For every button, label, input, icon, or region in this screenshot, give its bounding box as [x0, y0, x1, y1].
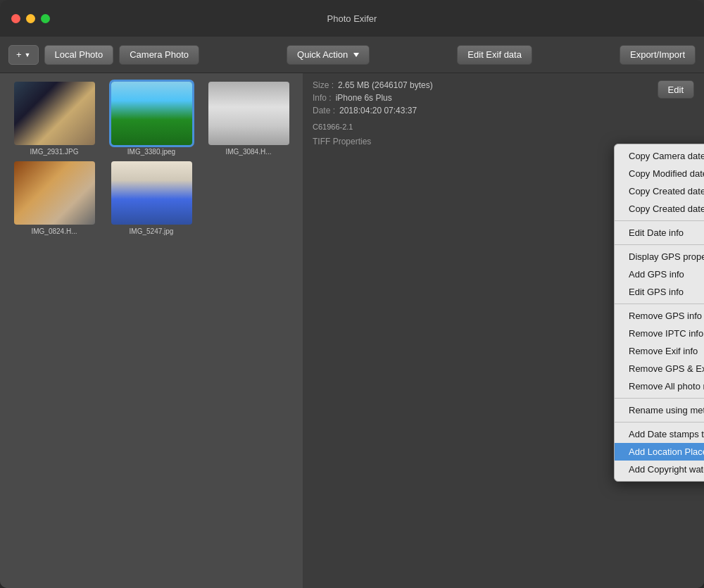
maximize-button[interactable] [41, 14, 50, 23]
photo-thumbnail[interactable] [111, 82, 192, 145]
quick-action-button[interactable]: Quick Action [287, 45, 370, 65]
menu-item-copy-created-to-camera[interactable]: Copy Created date to Camera date [615, 200, 704, 218]
menu-item-display-gps[interactable]: Display GPS properties on Map [615, 248, 704, 265]
menu-item-remove-gps[interactable]: Remove GPS info [615, 307, 704, 325]
photo-item[interactable]: IMG_3380.jpeg [106, 82, 197, 156]
menu-separator [615, 304, 704, 304]
add-chevron: ▼ [25, 51, 31, 58]
photo-item[interactable]: IMG_3084.H... [203, 82, 294, 156]
size-value: 2.65 MB (2646107 bytes) [338, 80, 433, 90]
menu-item-rename[interactable]: Rename using metadata tag(s) [615, 401, 704, 419]
photo-thumbnail[interactable] [14, 82, 95, 145]
photo-filename: IMG_2931.JPG [30, 148, 79, 156]
tiff-properties-label: TIFF Properties [313, 137, 371, 146]
photo-filename: IMG_3084.H... [225, 148, 271, 156]
info-row: Info : iPhone 6s Plus [313, 93, 694, 103]
photo-filename: IMG_0824.H... [31, 227, 77, 235]
traffic-lights [11, 14, 50, 23]
right-panel: Size : 2.65 MB (2646107 bytes) Info : iP… [303, 73, 704, 588]
photo-thumbnail[interactable] [111, 161, 192, 225]
menu-separator [615, 398, 704, 399]
photo-item[interactable]: IMG_2931.JPG [8, 82, 100, 156]
app-title: Photo Exifer [327, 13, 377, 24]
edit-button[interactable]: Edit [658, 80, 694, 99]
device-value: iPhone 6s Plus [336, 93, 392, 103]
menu-item-copy-camera-date[interactable]: Copy Camera date to Created date [615, 147, 704, 165]
menu-separator [615, 422, 704, 423]
menu-item-copy-created-to-modified[interactable]: Copy Created date to Modified date [615, 182, 704, 200]
menu-item-remove-iptc[interactable]: Remove IPTC info [615, 325, 704, 342]
date-row: Date : 2018:04:20 07:43:37 [313, 106, 694, 115]
main-content: IMG_2931.JPG IMG_3380.jpeg IMG_3084.H...… [0, 73, 704, 588]
menu-item-remove-gps-exif[interactable]: Remove GPS & Exif info [615, 360, 704, 377]
menu-item-add-gps[interactable]: Add GPS info [615, 265, 704, 283]
info-panel: Size : 2.65 MB (2646107 bytes) Info : iP… [303, 73, 704, 154]
menu-item-add-copyright[interactable]: Add Copyright watermark to photos [615, 461, 704, 478]
menu-separator [615, 244, 704, 245]
photo-filename: IMG_5247.jpg [130, 227, 174, 235]
photo-thumbnail[interactable] [208, 82, 289, 145]
menu-separator [615, 220, 704, 221]
toolbar: + ▼ Local Photo Camera Photo Quick Actio… [0, 37, 704, 73]
file-info: Size : 2.65 MB (2646107 bytes) Info : iP… [313, 80, 694, 115]
photo-item[interactable]: IMG_0824.H... [8, 161, 100, 235]
date-label: Date : [313, 106, 335, 115]
photo-panel: IMG_2931.JPG IMG_3380.jpeg IMG_3084.H...… [0, 73, 303, 588]
device-label: Info : [313, 93, 332, 103]
photo-item[interactable]: IMG_5247.jpg [106, 161, 197, 235]
menu-item-remove-all[interactable]: Remove All photo metadata info [615, 377, 704, 395]
menu-item-add-date-stamps[interactable]: Add Date stamps to photos [615, 425, 704, 443]
local-photo-button[interactable]: Local Photo [44, 45, 114, 65]
uuid-text: C61966-2.1 [313, 123, 353, 131]
add-button[interactable]: + ▼ [8, 45, 39, 65]
quick-action-dropdown: Copy Camera date to Created date Copy Mo… [614, 144, 704, 482]
edit-exif-button[interactable]: Edit Exif data [457, 45, 532, 65]
size-row: Size : 2.65 MB (2646107 bytes) [313, 80, 694, 90]
photo-filename: IMG_3380.jpeg [127, 148, 175, 156]
menu-item-edit-date[interactable]: Edit Date info [615, 224, 704, 242]
menu-item-add-location[interactable]: Add Location Place to photos [615, 443, 704, 461]
titlebar: Photo Exifer [0, 0, 704, 37]
menu-item-remove-exif[interactable]: Remove Exif info [615, 342, 704, 360]
close-button[interactable] [11, 14, 20, 23]
size-label: Size : [313, 80, 334, 90]
minimize-button[interactable] [26, 14, 35, 23]
menu-item-copy-modified-date[interactable]: Copy Modified date to Created date [615, 165, 704, 182]
dropdown-arrow-icon [353, 53, 359, 57]
quick-action-label: Quick Action [297, 49, 348, 60]
photo-thumbnail[interactable] [14, 161, 95, 225]
export-import-button[interactable]: Export/Import [620, 45, 696, 65]
app-window: Photo Exifer + ▼ Local Photo Camera Phot… [0, 0, 704, 588]
menu-item-edit-gps[interactable]: Edit GPS info [615, 283, 704, 301]
date-value: 2018:04:20 07:43:37 [339, 106, 417, 115]
camera-photo-button[interactable]: Camera Photo [119, 45, 199, 65]
add-icon: + [16, 49, 22, 60]
